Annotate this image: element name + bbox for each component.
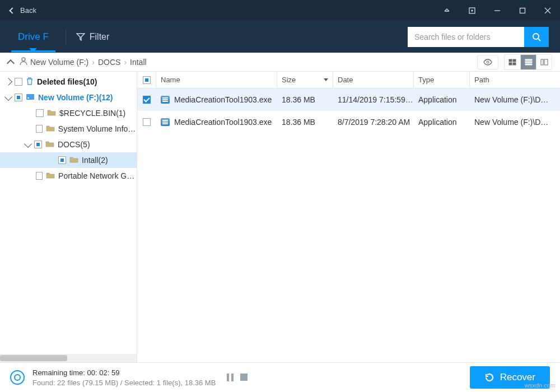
cell-name: MediaCreationTool1903.exe	[174, 118, 272, 127]
folder-icon	[46, 171, 55, 180]
th-type[interactable]: Type	[414, 72, 470, 88]
search-input[interactable]	[408, 27, 524, 47]
breadcrumb: New Volume (F:) › DOCS › Intall	[30, 58, 147, 67]
search-icon	[532, 32, 541, 41]
svg-rect-12	[509, 63, 512, 65]
crumb-intall[interactable]: Intall	[130, 58, 147, 67]
file-table: Name Size Date Type Path MediaCreationTo…	[137, 72, 560, 362]
th-checkbox[interactable]	[137, 72, 156, 88]
drive-tab[interactable]: Drive F	[11, 22, 55, 52]
tree-label: Deleted files(10)	[37, 77, 97, 86]
status-found: Found: 22 files (79.15 MB) / Selected: 1…	[32, 379, 216, 387]
status-bar: Remaining time: 00: 02: 59 Found: 22 fil…	[0, 362, 560, 392]
cell-size: 18.36 MB	[282, 95, 315, 104]
row-checkbox[interactable]	[143, 96, 151, 104]
back-label: Back	[20, 6, 36, 15]
row-checkbox[interactable]	[143, 118, 151, 126]
view-detail[interactable]	[536, 55, 552, 69]
svg-rect-16	[525, 64, 532, 65]
cell-path: New Volume (F:)\D…	[474, 95, 548, 104]
window-icon-1[interactable]	[434, 0, 459, 21]
th-size[interactable]: Size	[277, 72, 333, 88]
svg-point-9	[487, 61, 489, 63]
window-icon-2[interactable]	[459, 0, 484, 21]
svg-rect-13	[513, 63, 516, 65]
tree-sysinfo[interactable]: System Volume Information	[0, 121, 137, 137]
tree-label: Portable Network Graphics	[58, 171, 137, 180]
crumb-root[interactable]: New Volume (F:)	[30, 58, 88, 67]
chevron-right-icon: ›	[92, 58, 95, 67]
stop-button[interactable]	[240, 374, 248, 381]
exe-icon	[161, 118, 170, 126]
view-list[interactable]	[520, 55, 536, 69]
user-icon[interactable]	[19, 57, 28, 67]
tree-hscrollbar[interactable]	[0, 354, 137, 362]
tree-png[interactable]: Portable Network Graphics	[0, 168, 137, 184]
sort-desc-icon	[324, 78, 328, 81]
tree-label: System Volume Information	[58, 124, 137, 133]
checkbox[interactable]	[36, 125, 43, 133]
status-remaining: Remaining time: 00: 02: 59	[32, 368, 216, 377]
cell-path: New Volume (F:)\D…	[474, 118, 548, 127]
close-button[interactable]	[535, 0, 560, 21]
tree-new-volume[interactable]: New Volume (F:)(12)	[0, 90, 137, 105]
checkbox[interactable]	[36, 172, 43, 180]
table-row[interactable]: MediaCreationTool1903.exe18.36 MB8/7/201…	[137, 111, 560, 133]
filter-button[interactable]: Filter	[76, 32, 110, 42]
view-controls	[477, 54, 552, 70]
svg-rect-18	[544, 59, 548, 65]
body: Deleted files(10) New Volume (F:)(12) $R…	[0, 72, 560, 362]
tree-recycle[interactable]: $RECYCLE.BIN(1)	[0, 105, 137, 121]
th-date[interactable]: Date	[333, 72, 414, 88]
checkbox[interactable]	[58, 156, 66, 164]
maximize-button[interactable]	[510, 0, 535, 21]
svg-rect-20	[27, 97, 29, 99]
title-bar: Back	[0, 0, 560, 21]
table-row[interactable]: MediaCreationTool1903.exe18.36 MB11/14/2…	[137, 88, 560, 111]
tree-deleted-files[interactable]: Deleted files(10)	[0, 74, 137, 90]
cell-date: 11/14/2019 7:15:59…	[338, 95, 413, 104]
tree-label: New Volume (F:)(12)	[38, 93, 113, 102]
scan-controls	[227, 374, 248, 381]
cell-type: Application	[418, 95, 457, 104]
back-button[interactable]: Back	[0, 6, 46, 15]
folder-icon	[46, 124, 55, 133]
exe-icon	[161, 96, 170, 104]
checkbox[interactable]	[15, 94, 22, 101]
search-button[interactable]	[524, 27, 549, 47]
collapse-icon[interactable]	[4, 92, 12, 100]
cell-type: Application	[418, 118, 457, 127]
minimize-button[interactable]	[484, 0, 510, 21]
svg-point-6	[533, 34, 539, 39]
tree-docs[interactable]: DOCS(5)	[0, 137, 137, 152]
checkbox[interactable]	[36, 109, 44, 117]
view-grid[interactable]	[505, 55, 520, 69]
tree-label: $RECYCLE.BIN(1)	[59, 109, 125, 118]
preview-toggle[interactable]	[477, 55, 498, 69]
expand-icon[interactable]	[4, 78, 12, 86]
tree-intall[interactable]: Intall(2)	[0, 152, 137, 168]
up-button[interactable]	[7, 59, 15, 67]
checkbox[interactable]	[15, 78, 22, 86]
collapse-icon[interactable]	[24, 139, 32, 147]
table-header: Name Size Date Type Path	[137, 72, 560, 88]
status-text: Remaining time: 00: 02: 59 Found: 22 fil…	[32, 368, 216, 387]
pause-button[interactable]	[227, 374, 234, 381]
th-path[interactable]: Path	[470, 72, 560, 88]
disk-icon	[26, 93, 35, 102]
svg-point-1	[472, 10, 473, 11]
svg-point-8	[22, 58, 25, 61]
recover-label: Recover	[500, 372, 535, 383]
folder-icon	[45, 140, 54, 149]
checkbox[interactable]	[34, 141, 42, 148]
trash-icon	[26, 77, 34, 87]
svg-rect-15	[525, 62, 532, 63]
th-name[interactable]: Name	[156, 72, 277, 88]
cell-size: 18.36 MB	[282, 118, 315, 127]
divider	[66, 30, 66, 44]
crumb-docs[interactable]: DOCS	[98, 58, 120, 67]
svg-rect-17	[541, 59, 543, 65]
svg-rect-10	[509, 59, 512, 62]
chevron-right-icon: ›	[124, 58, 127, 67]
tree-label: Intall(2)	[82, 156, 108, 165]
